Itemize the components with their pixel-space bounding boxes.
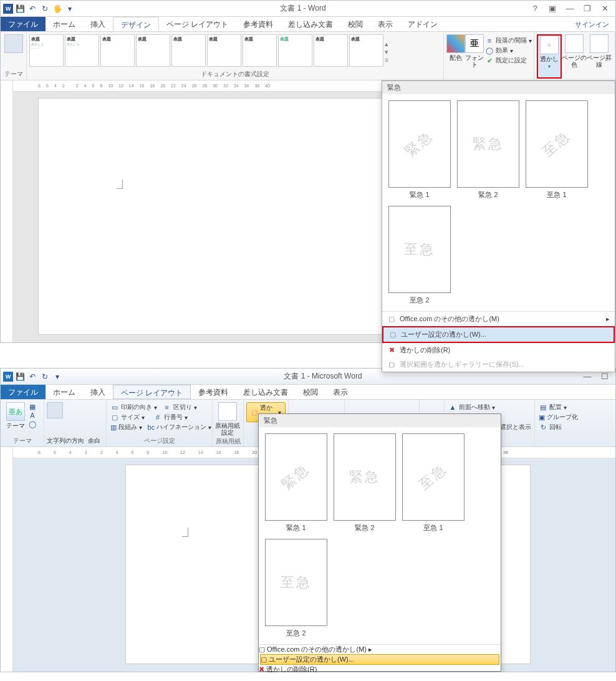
- tab-review[interactable]: 校閲: [340, 17, 370, 31]
- group-button[interactable]: ▣グループ化: [537, 412, 579, 422]
- theme-tile[interactable]: 表題: [278, 34, 312, 67]
- watermark-thumb[interactable]: 緊急 緊急 2: [457, 100, 519, 200]
- tab-home[interactable]: ホーム: [46, 17, 83, 31]
- watermark-thumb[interactable]: 至急 至急 2: [388, 206, 451, 305]
- tab-insert[interactable]: 挿入: [83, 385, 113, 399]
- touch-icon[interactable]: 🖐: [52, 3, 63, 14]
- gallery-section-header: 緊急: [382, 81, 615, 94]
- watermark-thumb[interactable]: 緊急 緊急 1: [388, 100, 451, 200]
- themes-button[interactable]: [3, 34, 24, 69]
- theme-tile[interactable]: 表題: [100, 34, 135, 67]
- menu-remove-watermark[interactable]: ✖ 透かしの削除(R): [259, 665, 501, 672]
- menu-custom-watermark[interactable]: ▢ ユーザー設定の透かし(W)...: [260, 654, 499, 665]
- tab-mailmerge[interactable]: 差し込み文書: [236, 385, 296, 399]
- watermark-gallery: 緊急 緊急 緊急 1 緊急 緊急 2 至急 至急 1 至急 至急 2: [258, 413, 501, 672]
- tab-mailmerge[interactable]: 差し込み文書: [281, 17, 340, 31]
- restore-button[interactable]: ❐: [580, 4, 594, 13]
- breaks-icon: ≡: [163, 403, 171, 412]
- minimize-button[interactable]: —: [563, 4, 577, 13]
- tab-addin[interactable]: アドイン: [400, 17, 445, 31]
- tab-pagelayout[interactable]: ページ レイアウト: [159, 17, 236, 31]
- fonts-button[interactable]: 亜 フォント: [465, 34, 484, 79]
- watermark-thumb[interactable]: 緊急 緊急 1: [265, 433, 327, 533]
- docformat-label: ドキュメントの書式設定: [29, 69, 441, 79]
- theme-tile[interactable]: 表題: [349, 34, 383, 67]
- watermark-thumb[interactable]: 至急 至急 1: [526, 100, 588, 200]
- watermark-button[interactable]: A 透かし ▾: [537, 34, 562, 79]
- save-selection-icon: ▢: [387, 360, 396, 369]
- rotate-button[interactable]: ↻回転: [537, 422, 579, 432]
- align-button[interactable]: ▤配置 ▾: [537, 402, 579, 412]
- redo-icon[interactable]: ↻: [39, 371, 51, 382]
- menu-office-more[interactable]: ▢ Office.com のその他の透かし(M) ▸: [382, 312, 615, 326]
- close-button[interactable]: ✕: [598, 4, 612, 13]
- vertical-ruler: [1, 80, 13, 342]
- undo-icon[interactable]: ↶: [27, 371, 38, 382]
- qat-dropdown-icon[interactable]: ▾: [64, 3, 75, 14]
- undo-icon[interactable]: ↶: [27, 3, 38, 14]
- theme-tile[interactable]: 表題: [207, 34, 241, 67]
- word-icon: W: [3, 4, 13, 14]
- watermark-icon: ▢: [261, 655, 267, 663]
- menu-office-more[interactable]: ▢ Office.com のその他の透かし(M) ▸: [259, 645, 501, 654]
- manuscript-button[interactable]: 原稿用紙設定: [215, 402, 240, 436]
- theme-tile[interactable]: 表題: [314, 34, 348, 67]
- page[interactable]: [38, 98, 387, 335]
- page-border-button[interactable]: ページ罫線: [587, 34, 612, 79]
- theme-tile[interactable]: 表題: [171, 34, 206, 67]
- theme-tile[interactable]: 表題 見出し 1 ...........: [29, 34, 64, 67]
- menu-custom-watermark[interactable]: ▢ ユーザー設定の透かし(W)...: [382, 326, 615, 343]
- theme-tile[interactable]: 表題: [243, 34, 277, 67]
- orient-button[interactable]: ▭印刷の向き ▾ ≡区切り ▾: [109, 402, 209, 412]
- gallery-section-header: 緊急: [259, 414, 501, 427]
- remove-icon: ✖: [387, 346, 396, 355]
- help-button[interactable]: ?: [528, 4, 542, 13]
- qat-dropdown-icon[interactable]: ▾: [52, 371, 63, 382]
- tab-file[interactable]: ファイル: [1, 385, 46, 399]
- save-icon[interactable]: 💾: [14, 371, 26, 382]
- colors-button[interactable]: 配色: [446, 34, 465, 79]
- tab-view[interactable]: 表示: [370, 17, 400, 31]
- set-default-button[interactable]: ✔既定に設定: [484, 56, 533, 65]
- page-corner-mark: [117, 180, 123, 189]
- columns-button[interactable]: ▥段組み ▾ bcハイフネーション ▾: [109, 422, 209, 432]
- textdir-button[interactable]: [47, 402, 103, 418]
- menu-remove-watermark[interactable]: ✖ 透かしの削除(R): [382, 343, 615, 357]
- gallery-up-icon[interactable]: ▴: [385, 40, 393, 48]
- bring-forward-button[interactable]: ▲前面へ移動 ▾: [447, 402, 532, 412]
- tab-pagelayout[interactable]: ページ レイアウト: [113, 385, 191, 399]
- titlebar: W 💾 ↶ ↻ 🖐 ▾ 文書 1 - Word ? ▣ — ❐ ✕: [1, 1, 615, 17]
- size-button[interactable]: ▢サイズ ▾ #行番号 ▾: [109, 412, 209, 422]
- redo-icon[interactable]: ↻: [39, 3, 51, 14]
- colors-icon: [446, 34, 465, 53]
- watermark-thumb[interactable]: 至急 至急 1: [402, 433, 464, 533]
- theme-fonts-icon[interactable]: A: [28, 411, 37, 420]
- themes-button[interactable]: 亜あ テーマ: [3, 402, 28, 435]
- linenum-icon: #: [153, 413, 162, 422]
- tab-reference[interactable]: 参考資料: [236, 17, 281, 31]
- paragraph-spacing-button[interactable]: ≡段落の間隔 ▾: [484, 36, 533, 46]
- watermark-thumb[interactable]: 至急 至急 2: [265, 539, 327, 638]
- tab-file[interactable]: ファイル: [1, 17, 46, 31]
- ribbon-display-button[interactable]: ▣: [546, 4, 559, 13]
- minimize-button[interactable]: —: [580, 372, 594, 381]
- maximize-button[interactable]: ☐: [598, 372, 612, 381]
- theme-tile[interactable]: 表題: [136, 34, 170, 67]
- theme-tile[interactable]: 表題 見出し 1: [65, 34, 99, 67]
- theme-effects-icon[interactable]: ◯: [28, 420, 37, 428]
- watermark-thumb[interactable]: 緊急 緊急 2: [334, 433, 396, 533]
- chevron-right-icon: ▸: [606, 315, 610, 323]
- save-icon[interactable]: 💾: [14, 3, 26, 14]
- gallery-down-icon[interactable]: ▾: [385, 48, 393, 56]
- tab-insert[interactable]: 挿入: [83, 17, 113, 31]
- signin-link[interactable]: サインイン: [569, 17, 615, 31]
- tab-review[interactable]: 校閲: [296, 385, 325, 399]
- page-color-button[interactable]: ページの色: [562, 34, 587, 79]
- tab-reference[interactable]: 参考資料: [191, 385, 236, 399]
- gallery-more-icon[interactable]: ≡: [385, 56, 393, 64]
- tab-home[interactable]: ホーム: [46, 385, 83, 399]
- tab-view[interactable]: 表示: [325, 385, 355, 399]
- tab-design[interactable]: デザイン: [113, 17, 159, 31]
- effects-button[interactable]: ◯効果 ▾: [484, 46, 533, 56]
- theme-colors-icon[interactable]: ▦: [28, 402, 37, 411]
